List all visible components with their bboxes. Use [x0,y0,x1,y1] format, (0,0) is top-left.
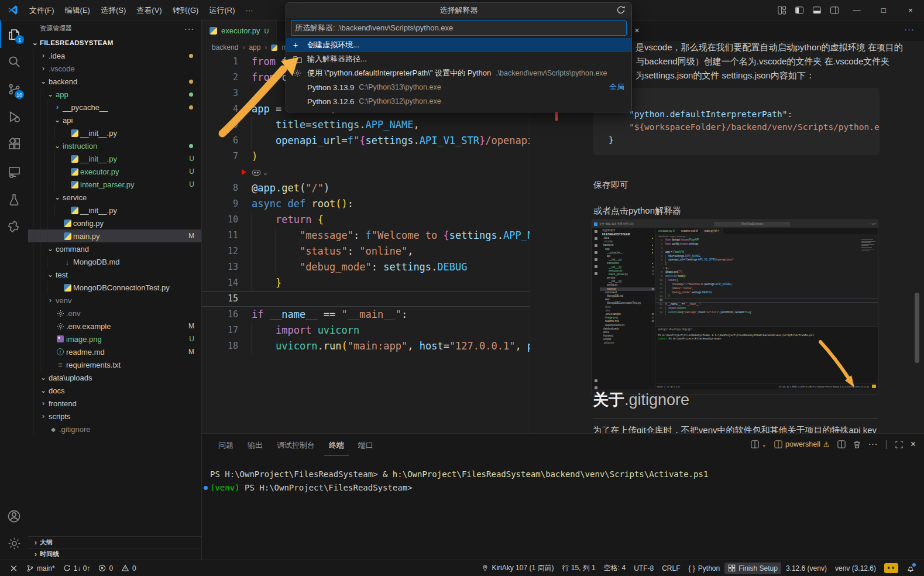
tree-item[interactable]: ⌄api [28,114,201,126]
tree-item[interactable]: ↓MongoDB.md [28,255,201,268]
status-item-Python[interactable]: { }Python [685,563,723,574]
outline-section[interactable]: ›大纲 [28,536,202,548]
tree-item[interactable]: ⌄test [28,268,201,281]
code-line[interactable]: 18 uvicorn.run("main:app", host="127.0.0… [202,338,530,354]
menu-item-G[interactable]: 转到(G) [167,4,204,16]
tree-item[interactable]: ◆.gitignore [28,423,201,436]
remote-icon[interactable] [0,158,28,186]
status-item-UTF-8[interactable]: UTF-8 [630,563,657,574]
panel-tab-端口[interactable]: 端口 [353,434,378,455]
tree-item[interactable]: ireadme.mdM [28,345,201,358]
status-item-bell[interactable] [903,563,918,574]
toggle-secondary-sidebar-icon[interactable] [826,0,843,20]
panel-more-icon[interactable]: ··· [868,439,878,450]
maximize-button[interactable]: □ [870,0,897,20]
close-panel-icon[interactable]: × [911,439,916,450]
tree-item[interactable]: image.pngU [28,332,201,345]
sidebar-more-icon[interactable]: ··· [184,24,194,33]
split-terminal-icon[interactable] [837,440,846,448]
code-line[interactable]: 15 [202,291,530,307]
tree-item[interactable]: ⌄app [28,88,201,101]
menu-item-[interactable]: ··· [240,4,258,16]
panel-tab-输出[interactable]: 输出 [243,434,267,455]
files-icon[interactable]: 1 [0,20,28,48]
code-line[interactable]: 14 } [202,275,530,291]
status-item-main-[interactable]: main* [23,563,59,574]
gitlens-icon[interactable] [0,213,28,241]
scrollbar[interactable] [915,293,919,363]
terminal-tab-powershell[interactable]: powershell⚠ [774,440,830,448]
tree-item[interactable]: executor.pyU [28,165,201,178]
minimize-button[interactable]: — [843,0,870,20]
tab-executor-py[interactable]: executor.py U [202,20,277,41]
tree-item[interactable]: ⌄docs [28,384,201,397]
tree-item[interactable]: main.pyM [28,229,201,242]
menu-item-S[interactable]: 选择(S) [95,4,131,16]
status-item-1-0-[interactable]: 1↓ 0↑ [60,563,94,574]
toggle-sidebar-icon[interactable] [791,0,808,20]
panel-tab-调试控制台[interactable]: 调试控制台 [272,434,320,455]
status-item-0[interactable]: 0 [118,563,140,574]
tree-item[interactable]: .env [28,307,201,320]
code-line[interactable]: 16if __name__ == "__main__": [202,307,530,323]
tree-item[interactable]: ⌄backend [28,75,201,88]
status-item-venv-3-12-6-[interactable]: venv (3.12.6) [832,563,880,574]
scm-icon[interactable]: 10 [0,76,28,103]
code-line[interactable]: 13 "debug_mode": settings.DEBUG [202,259,530,275]
status-item-0[interactable]: 0 [95,563,116,574]
tree-item[interactable]: intent_parser.pyU [28,178,201,191]
status-item--4[interactable]: 空格: 4 [600,561,629,575]
tree-item[interactable]: ›venv [28,294,201,307]
status-item-KiriAky-107-1-[interactable]: KiriAky 107 (1 周前) [478,561,557,575]
refresh-icon[interactable] [616,5,626,15]
gear-icon[interactable] [0,530,28,557]
tree-item[interactable]: MongoDBConnectionTest.py [28,281,201,294]
tree-item[interactable]: ›.idea [28,49,201,62]
tree-item[interactable]: config.py [28,217,201,229]
interpreter-input[interactable] [291,24,626,33]
timeline-section[interactable]: ›时间线 [28,548,202,560]
editor-actions-more-icon[interactable]: ··· [904,24,915,34]
tree-item[interactable]: __init__.pyU [28,152,201,165]
tree-item[interactable]: ≡requirements.txt [28,358,201,371]
status-item--15-1[interactable]: 行 15, 列 1 [558,561,599,575]
quickpick-item[interactable]: Python 3.12.6C:\Python312\python.exe [286,94,631,108]
code-line[interactable]: 10 return { [202,212,530,228]
status-item-remote[interactable] [6,563,22,574]
code-line[interactable]: 8@app.get("/") [202,180,530,196]
code-line[interactable]: 7) [202,149,530,164]
close-tab-icon[interactable]: × [634,25,640,35]
status-item-Finish-Setup[interactable]: Finish Setup [724,563,781,574]
account-icon[interactable] [0,502,28,530]
tree-item[interactable]: __init__.py [28,204,201,217]
code-line[interactable]: 17 import uvicorn [202,323,530,338]
code-line[interactable]: 6 openapi_url=f"{settings.API_V1_STR}/op… [202,133,530,149]
status-item-3-12-6-venv-[interactable]: 3.12.6 (venv) [782,563,830,574]
extensions-icon[interactable] [0,131,28,158]
tree-item[interactable]: ›frontend [28,397,201,410]
code-line[interactable]: 11 "message": f"Welcome to {settings.APP… [202,228,530,244]
tree-item[interactable]: ›scripts [28,410,201,423]
panel-tab-问题[interactable]: 问题 [214,434,238,455]
tree-item[interactable]: ›.vscode [28,62,201,75]
maximize-panel-icon[interactable] [895,441,903,448]
panel-tab-终端[interactable]: 终端 [324,434,349,455]
menu-item-R[interactable]: 运行(R) [204,4,240,16]
tree-item[interactable]: ›__pycache__ [28,101,201,114]
quickpick-item[interactable]: Python 3.13.9C:\Python313\python.exe全局 [286,80,631,94]
menu-item-V[interactable]: 查看(V) [131,4,167,16]
tree-root-folder[interactable]: ⌄ FILESREADSYSTEAM [28,36,201,49]
close-button[interactable]: × [897,0,924,20]
quickpick-item[interactable]: 输入解释器路径... [286,52,631,66]
menu-item-E[interactable]: 编辑(E) [60,4,95,16]
debug-icon[interactable] [0,103,28,131]
launch-profile-icon[interactable]: ⌄ [751,440,767,448]
code-line[interactable]: 12 "status": "online", [202,244,530,259]
layout-customize-icon[interactable] [773,0,791,20]
search-icon[interactable] [0,48,28,76]
tree-item[interactable]: .env.exampleM [28,320,201,332]
tree-item[interactable]: ⌄service [28,191,201,204]
menu-item-F[interactable]: 文件(F) [24,4,60,16]
quickpick-item[interactable]: +创建虚拟环境... [286,38,631,52]
tree-item[interactable]: __init__.py [28,126,201,139]
